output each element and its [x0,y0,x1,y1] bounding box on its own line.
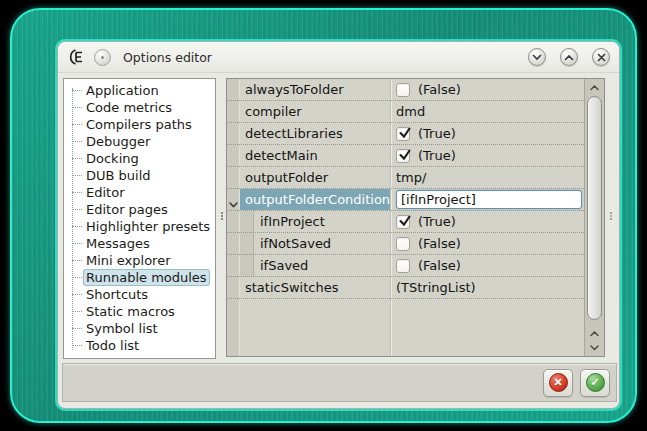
value-text: (False) [418,233,461,254]
sidebar-item-debugger[interactable]: Debugger [64,133,215,150]
window-title: Options editor [123,50,212,65]
property-value[interactable]: (False) [390,79,584,100]
dialog-button-bar: ✕ ✓ [62,363,617,402]
property-name[interactable]: outputFolder [240,167,390,188]
sidebar-item-shortcuts[interactable]: Shortcuts [64,286,215,303]
value-text: tmp/ [396,167,426,188]
property-row[interactable]: staticSwitches (TStringList) [227,277,584,299]
property-name[interactable]: compiler [240,101,390,122]
property-name[interactable]: outputFolderConditions [240,189,390,210]
property-row[interactable]: detectLibraries (True) [227,123,584,145]
checkbox-unchecked[interactable] [396,83,410,97]
property-value[interactable]: (True) [390,145,584,166]
property-name[interactable]: ifInProject [240,211,390,232]
resize-grip[interactable] [610,212,612,220]
property-name[interactable]: ifNotSaved [240,233,390,254]
property-row[interactable]: ifNotSaved (False) [227,233,584,255]
property-row[interactable]: outputFolder tmp/ [227,167,584,189]
property-value[interactable] [390,189,584,210]
sidebar-item-static-macros[interactable]: Static macros [64,303,215,320]
property-row[interactable]: detectMain (True) [227,145,584,167]
value-text: (True) [418,123,456,144]
sidebar-item-docking[interactable]: Docking [64,150,215,167]
sidebar-item-compilers-paths[interactable]: Compilers paths [64,116,215,133]
property-row[interactable]: ifInProject (True) [227,211,584,233]
minimize-button[interactable] [528,48,546,66]
sidebar-item-editor-pages[interactable]: Editor pages [64,201,215,218]
property-value[interactable]: (False) [390,255,584,276]
checkbox-checked[interactable] [396,127,410,141]
value-edit-input[interactable] [396,190,582,209]
options-editor-window: Options editor Application Code metrics … [57,41,620,409]
sidebar-item-runnable-modules[interactable]: Runnable modules [64,269,215,286]
property-row[interactable]: compiler dmd [227,101,584,123]
property-value[interactable]: (False) [390,233,584,254]
accept-button[interactable]: ✓ [580,369,610,397]
property-row[interactable]: alwaysToFolder (False) [227,79,584,101]
property-name[interactable]: alwaysToFolder [240,79,390,100]
property-name[interactable]: ifSaved [240,255,390,276]
property-name[interactable]: detectMain [240,145,390,166]
property-value[interactable]: tmp/ [390,167,584,188]
cancel-button[interactable]: ✕ [543,369,573,397]
property-value[interactable]: dmd [390,101,584,122]
sidebar-item-dub-build[interactable]: DUB build [64,167,215,184]
value-text: (False) [418,79,461,100]
checkbox-checked[interactable] [396,149,410,163]
maximize-button[interactable] [560,48,578,66]
value-text: (False) [418,255,461,276]
value-text: (True) [418,145,456,166]
sidebar-item-messages[interactable]: Messages [64,235,215,252]
category-tree: Application Code metrics Compilers paths… [63,78,216,359]
scroll-down-button[interactable] [585,340,604,355]
close-button[interactable] [592,48,610,66]
property-value[interactable]: (True) [390,211,584,232]
value-text: (True) [418,211,456,232]
checkbox-unchecked[interactable] [396,259,410,273]
sidebar-item-mini-explorer[interactable]: Mini explorer [64,252,215,269]
property-row-selected[interactable]: outputFolderConditions [227,189,584,211]
app-icon [67,47,87,67]
titlebar[interactable]: Options editor [58,42,619,73]
property-name[interactable]: staticSwitches [240,277,390,298]
property-value[interactable]: (True) [390,123,584,144]
scroll-up-button[interactable] [585,80,604,95]
property-grid: alwaysToFolder (False) compiler dmd dete… [226,78,605,357]
property-value[interactable]: (TStringList) [390,277,584,298]
green-check-icon: ✓ [586,373,605,392]
scroll-up-button-bottom[interactable] [585,326,604,341]
window-menu-button[interactable] [94,49,111,66]
sidebar-item-editor[interactable]: Editor [64,184,215,201]
value-text: (TStringList) [396,277,476,298]
sidebar-item-code-metrics[interactable]: Code metrics [64,99,215,116]
sidebar-item-todo-list[interactable]: Todo list [64,337,215,354]
checkbox-checked[interactable] [396,215,410,229]
vertical-scrollbar[interactable] [584,79,604,356]
scrollbar-thumb[interactable] [587,96,602,320]
splitter-handle[interactable] [221,212,223,220]
value-text: dmd [396,101,425,122]
sidebar-item-symbol-list[interactable]: Symbol list [64,320,215,337]
property-name[interactable]: detectLibraries [240,123,390,144]
screenshot-frame: Options editor Application Code metrics … [10,8,637,423]
red-cross-icon: ✕ [549,373,568,392]
sidebar-item-highlighter-presets[interactable]: Highlighter presets [64,218,215,235]
sidebar-item-application[interactable]: Application [64,82,215,99]
property-row[interactable]: ifSaved (False) [227,255,584,277]
checkbox-unchecked[interactable] [396,237,410,251]
